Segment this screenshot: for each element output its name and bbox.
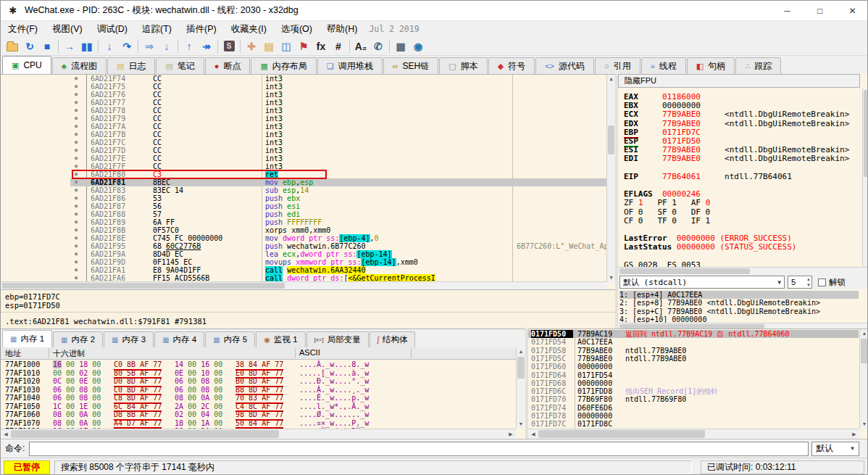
disasm-vscrollbar[interactable]: ▲▼ xyxy=(606,75,615,282)
register-line[interactable]: EDX 77B9ABE0 <ntdll.DbgUiRemoteBreakin> xyxy=(624,120,849,128)
stack-row[interactable]: 0171FD5877B9ABE0ntdll.77B9ABE0 xyxy=(528,347,859,355)
disasm-row[interactable]: ●6AD21F9D0F1145 ECmovups xmmword ptr ss:… xyxy=(1,258,606,266)
tab-内存布局[interactable]: ▦内存布局 xyxy=(251,57,316,74)
disasm-row[interactable]: ●6AD21F8756push esi xyxy=(1,202,606,210)
tab-源代码[interactable]: <>源代码 xyxy=(535,57,594,74)
breakpoint-bullet-icon[interactable]: ● xyxy=(75,266,78,274)
menu-item-0[interactable]: 文件(F) xyxy=(1,22,45,37)
menu-item-7[interactable]: 帮助(H) xyxy=(320,22,364,37)
stack-row[interactable]: 0171FD54A0C17EEA xyxy=(528,338,859,346)
open-file-icon[interactable] xyxy=(4,38,21,54)
scylla-icon[interactable]: S xyxy=(220,38,238,54)
execute-till-return-icon[interactable]: ↑ xyxy=(180,38,198,54)
run-icon[interactable]: → xyxy=(61,38,78,54)
register-line[interactable]: EDI 77B9ABE0 <ntdll.DbgUiRemoteBreakin> xyxy=(624,154,849,163)
menu-item-2[interactable]: 调试(D) xyxy=(90,22,135,37)
breakpoint-bullet-icon[interactable]: ● xyxy=(75,226,78,234)
disasm-row[interactable]: ●6AD21F8857push edi xyxy=(1,210,606,218)
dump-tab-内存 1[interactable]: ▦内存 1 xyxy=(2,330,52,347)
breakpoint-bullet-icon[interactable]: ● xyxy=(75,83,78,91)
dump-tab-内存 5[interactable]: ▦内存 5 xyxy=(205,331,255,347)
tab-断点[interactable]: ●断点 xyxy=(205,57,251,74)
dump-vscrollbar[interactable]: ▲▼ xyxy=(516,347,525,429)
breakpoint-bullet-icon[interactable]: ● xyxy=(75,218,78,226)
spinner-arrows-icon[interactable]: ▲▼ xyxy=(806,276,811,288)
disasm-row[interactable]: ●6AD21F77CCint3 xyxy=(1,99,606,107)
disasm-row[interactable]: ●6AD21F7BCCint3 xyxy=(1,131,606,139)
registers-hscrollbar[interactable] xyxy=(618,267,868,275)
breakpoint-bullet-icon[interactable]: ● xyxy=(75,210,78,218)
breakpoint-bullet-icon[interactable]: ● xyxy=(75,131,78,139)
hide-fpu-button[interactable]: 隐藏FPU xyxy=(618,74,860,88)
breakpoint-bullet-icon[interactable]: ● xyxy=(75,75,78,83)
comments-icon[interactable]: ▤ xyxy=(260,38,277,54)
breakpoint-bullet-icon[interactable]: ● xyxy=(75,123,78,131)
disasm-row[interactable]: ●6AD21F818BECmov ebp,esp xyxy=(1,178,606,186)
breakpoint-bullet-icon[interactable]: ● xyxy=(75,234,78,242)
breakpoint-bullet-icon[interactable]: ● xyxy=(75,107,78,115)
dump-tab-内存 3[interactable]: ▦内存 3 xyxy=(104,331,154,347)
disasm-row[interactable]: ●6AD21F7DCCint3 xyxy=(1,146,606,154)
tab-线程[interactable]: »线程 xyxy=(641,57,686,74)
disasm-row[interactable]: ●6AD21F7CCCint3 xyxy=(1,139,606,146)
register-line[interactable]: EFLAGS 00000246 xyxy=(624,190,701,199)
close-button[interactable]: ✕ xyxy=(836,1,868,21)
stack-row[interactable]: 0171FD5C77B9ABE0ntdll.77B9ABE0 xyxy=(528,355,859,363)
restart-icon[interactable]: ↻ xyxy=(21,38,38,54)
breakpoint-bullet-icon[interactable]: ● xyxy=(75,91,78,99)
stack-row[interactable]: 0171FD7077B69F80ntdll.77B69F80 xyxy=(528,395,859,403)
disasm-row[interactable]: ●6AD21F75CCint3 xyxy=(1,83,606,91)
trace-into-icon[interactable]: ⇒ xyxy=(141,38,158,54)
stack-row[interactable]: 0171FD6800000000 xyxy=(528,379,859,387)
memory-dump-pane[interactable]: 地址 十六进制 ASCII 77AF100016 00 18 00C0 8B A… xyxy=(1,347,525,439)
dump-tab-监视 1[interactable]: ◉监视 1 xyxy=(256,331,305,347)
disasm-row[interactable]: ●6AD21F76CCint3 xyxy=(1,91,606,99)
strings-icon[interactable]: A₂ xyxy=(352,38,370,54)
disasm-row[interactable]: ●6AD21F9A8D4D EClea ecx,dword ptr ss:[eb… xyxy=(1,250,606,258)
dump-tab-内存 4[interactable]: ▦内存 4 xyxy=(154,331,204,347)
tab-SEH链[interactable]: ∞SEH链 xyxy=(383,57,439,74)
breakpoint-bullet-icon[interactable]: ● xyxy=(75,139,78,146)
argument-row[interactable]: 1: [esp+4] A0C17EEA xyxy=(619,291,859,299)
register-line[interactable]: LastStatus 00000000 (STATUS_SUCCESS) xyxy=(624,243,796,252)
disasm-row[interactable]: ●6AD21F7ECCint3 xyxy=(1,154,606,162)
stop-icon[interactable]: ■ xyxy=(38,38,56,54)
modules-icon[interactable]: ✆ xyxy=(370,38,387,54)
unlock-checkbox[interactable] xyxy=(818,278,826,286)
register-line[interactable]: EIP 77B64061 ntdll.77B64061 xyxy=(624,173,792,181)
register-line[interactable]: LastError 00000000 (ERROR_SUCCESS) xyxy=(624,234,792,243)
disasm-row[interactable]: ●6AD21F74CCint3 xyxy=(1,75,606,83)
disasm-hscrollbar[interactable] xyxy=(1,281,606,289)
pause-icon[interactable]: ▮▮ xyxy=(78,38,96,54)
trace-over-icon[interactable]: ↓ xyxy=(158,38,175,54)
functions-icon[interactable]: fx xyxy=(312,38,330,54)
breakpoint-bullet-icon[interactable]: ● xyxy=(75,146,78,154)
stack-row[interactable]: 0171FD6000000000 xyxy=(528,363,859,371)
stack-row[interactable]: 0171FD640171FD54 xyxy=(528,371,859,379)
register-line[interactable]: ZF 1 PF 1 AF 0 xyxy=(624,199,710,207)
stack-row[interactable]: 0171FD6C0171FDD8指向SEH_Record[1]的指针 xyxy=(528,387,859,395)
disassembly-pane[interactable]: ●6AD21F74CCint3●6AD21F75CCint3●6AD21F76C… xyxy=(1,74,615,289)
tab-CPU[interactable]: ▣CPU xyxy=(2,56,51,74)
dump-tab-结构体[interactable]: ʃ结构体 xyxy=(370,331,416,347)
disasm-row[interactable]: ●6AD21F8B0F57C0xorps xmm0,xmm0 xyxy=(1,226,606,234)
tab-引用[interactable]: ○引用 xyxy=(595,57,640,74)
disasm-row[interactable]: ●6AD21F896A FFpush FFFFFFFF xyxy=(1,218,606,226)
register-line[interactable]: EBP 0171FD7C xyxy=(624,128,701,137)
register-line[interactable]: EAX 01186000 xyxy=(624,93,701,102)
menu-item-3[interactable]: 追踪(T) xyxy=(135,22,179,37)
tab-调用堆栈[interactable]: ❏调用堆栈 xyxy=(317,57,383,74)
calls-icon[interactable]: # xyxy=(330,38,347,54)
disasm-row[interactable]: ●6AD21F78CCint3 xyxy=(1,107,606,115)
breakpoint-bullet-icon[interactable]: ● xyxy=(75,194,78,202)
argument-row[interactable]: 3: [esp+C] 77B9ABE0 <ntdll.DbgUiRemoteBr… xyxy=(619,307,859,315)
register-line[interactable]: ECX 77B9ABE0 <ntdll.DbgUiRemoteBreakin> xyxy=(624,110,849,119)
stack-row[interactable]: 0171FD7C0171FD8C xyxy=(528,420,859,428)
disasm-row[interactable]: ●6AD21FA1E8 9A04D1FFcall wechatwin.6AA32… xyxy=(1,266,606,274)
disasm-row[interactable]: ●6AD21F8653push ebx xyxy=(1,194,606,202)
run-to-user-code-icon[interactable]: ↠ xyxy=(198,38,215,54)
disasm-row[interactable]: ●6AD21F79CCint3 xyxy=(1,115,606,123)
breakpoint-bullet-icon[interactable]: ● xyxy=(75,99,78,107)
disasm-row[interactable]: ●6AD21F8EC745 FC 00000000mov dword ptr s… xyxy=(1,234,606,242)
command-profile-select[interactable]: 默认▼ xyxy=(811,442,859,456)
